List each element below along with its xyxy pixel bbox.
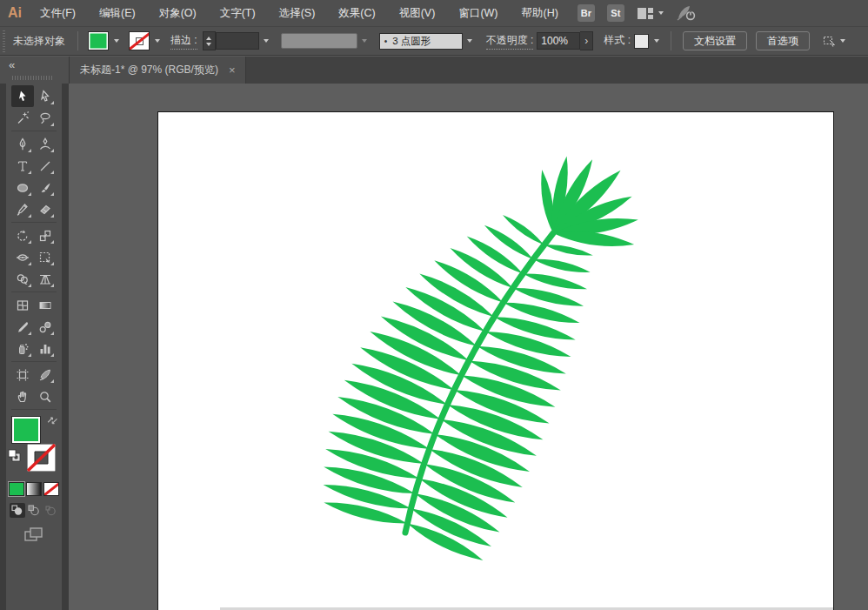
gradient-tool[interactable] (34, 294, 57, 316)
document-setup-button[interactable]: 文档设置 (683, 31, 747, 50)
menu-item-type[interactable]: 文字(T) (220, 6, 256, 21)
menu-item-edit[interactable]: 编辑(E) (99, 6, 136, 21)
symbol-sprayer-tool[interactable] (11, 338, 34, 359)
stock-button[interactable]: St (607, 4, 624, 22)
stroke-weight-field[interactable] (216, 32, 259, 50)
menu-item-object[interactable]: 对象(O) (159, 6, 197, 21)
slice-tool[interactable] (34, 364, 57, 385)
column-graph-tool[interactable] (34, 338, 57, 359)
brush-definition-field[interactable]: • 3 点圆形 (379, 33, 463, 50)
collapse-panel-button[interactable]: « (9, 58, 15, 71)
stroke-color-indicator[interactable] (27, 444, 56, 472)
control-bar-grip[interactable] (2, 30, 7, 52)
drawing-mode-buttons (10, 503, 58, 518)
preferences-button[interactable]: 首选项 (756, 31, 810, 50)
menu-item-view[interactable]: 视图(V) (399, 6, 436, 21)
brush-preview-dot: • (384, 37, 388, 46)
menu-item-select[interactable]: 选择(S) (279, 6, 316, 21)
selection-options-dropdown[interactable] (823, 35, 845, 47)
ellipse-tool[interactable] (11, 177, 34, 198)
direct-selection-tool[interactable] (34, 85, 57, 107)
stroke-weight-stepper[interactable] (203, 31, 216, 50)
panel-gutter (62, 84, 69, 610)
document-tab[interactable]: 未标题-1* @ 97% (RGB/预览) × (70, 57, 246, 84)
stepper-down-icon (206, 43, 211, 46)
lasso-tool[interactable] (34, 107, 57, 129)
fill-color-dropdown[interactable] (109, 31, 124, 50)
brush-name: 3 点圆形 (392, 35, 431, 48)
app-logo: Ai (0, 5, 30, 21)
control-bar: 未选择对象 描边 : • 3 点圆形 不透明度 : 100% › 样式 : 文档… (0, 27, 868, 56)
menu-item-window[interactable]: 窗口(W) (458, 6, 497, 21)
paintbrush-tool[interactable] (34, 177, 57, 198)
bridge-button[interactable]: Br (578, 4, 595, 22)
opacity-field[interactable]: 100% (537, 32, 580, 50)
menu-right-icons: Br St (578, 4, 697, 22)
gradient-button[interactable] (26, 482, 42, 496)
pen-tool[interactable] (11, 133, 34, 155)
separator (671, 31, 671, 50)
tool-separator (11, 292, 57, 292)
menu-item-help[interactable]: 帮助(H) (522, 6, 558, 21)
selection-status: 未选择对象 (13, 34, 65, 49)
eraser-tool[interactable] (34, 198, 57, 220)
menu-items: 文件(F) 编辑(E) 对象(O) 文字(T) 选择(S) 效果(C) 视图(V… (40, 6, 558, 21)
color-button[interactable] (9, 482, 24, 496)
draw-normal-mode-button[interactable] (10, 503, 25, 518)
opacity-expand-button[interactable]: › (580, 31, 593, 50)
tools-panel (6, 84, 62, 610)
type-tool[interactable] (11, 155, 34, 177)
stroke-color-swatch[interactable] (129, 31, 150, 50)
chevron-down-icon (264, 39, 269, 43)
fill-color-indicator[interactable] (11, 416, 41, 444)
gpu-performance-icon[interactable] (676, 4, 697, 22)
close-tab-icon[interactable]: × (229, 64, 236, 77)
magic-wand-tool[interactable] (11, 107, 34, 129)
workspace-switcher[interactable] (637, 7, 664, 20)
canvas-area[interactable] (69, 84, 868, 610)
free-transform-tool[interactable] (34, 246, 57, 268)
tool-separator (11, 361, 57, 362)
mesh-tool[interactable] (11, 294, 34, 316)
menu-bar: Ai 文件(F) 编辑(E) 对象(O) 文字(T) 选择(S) 效果(C) 视… (0, 0, 868, 27)
change-screen-mode-button[interactable] (23, 526, 44, 546)
menu-item-file[interactable]: 文件(F) (40, 6, 76, 21)
draw-behind-mode-button[interactable] (26, 503, 42, 518)
perspective-grid-tool[interactable] (34, 268, 57, 290)
hand-tool[interactable] (11, 385, 34, 407)
opacity-label[interactable]: 不透明度 : (486, 33, 534, 50)
brush-definition-dropdown[interactable] (463, 31, 477, 50)
none-button[interactable] (43, 482, 59, 496)
zoom-tool[interactable] (34, 385, 57, 407)
stroke-weight-dropdown[interactable] (259, 31, 274, 50)
line-segment-tool[interactable] (34, 155, 57, 177)
fill-color-swatch[interactable] (88, 31, 109, 50)
artboard-tool[interactable] (11, 364, 34, 385)
document-tab-title: 未标题-1* @ 97% (RGB/预览) (80, 63, 218, 77)
stroke-color-dropdown[interactable] (150, 31, 164, 50)
menu-item-effect[interactable]: 效果(C) (338, 6, 375, 21)
stepper-up-icon (206, 37, 211, 40)
blend-tool[interactable] (34, 316, 57, 338)
pencil-tool[interactable] (11, 198, 34, 220)
default-fill-stroke-icon[interactable] (8, 449, 21, 466)
shape-builder-tool[interactable] (11, 268, 34, 290)
eyedropper-tool[interactable] (11, 316, 34, 338)
chevron-down-icon (362, 39, 367, 43)
width-profile-dropdown (281, 33, 357, 49)
draw-inside-mode-button (43, 503, 58, 518)
style-dropdown[interactable] (649, 31, 664, 50)
style-swatch[interactable] (634, 34, 649, 49)
scale-tool[interactable] (34, 225, 57, 246)
curvature-tool[interactable] (34, 133, 57, 155)
stroke-weight-label[interactable]: 描边 : (170, 33, 197, 50)
artboard[interactable] (157, 111, 834, 610)
tools-panel-grip[interactable] (12, 76, 54, 80)
chevron-down-icon (114, 39, 119, 43)
fill-stroke-proxy (6, 414, 62, 479)
rotate-tool[interactable] (11, 225, 34, 246)
swap-fill-stroke-icon[interactable] (46, 414, 59, 431)
selection-tool[interactable] (11, 85, 34, 107)
width-tool[interactable] (11, 246, 34, 268)
isolate-object-icon (823, 35, 837, 47)
